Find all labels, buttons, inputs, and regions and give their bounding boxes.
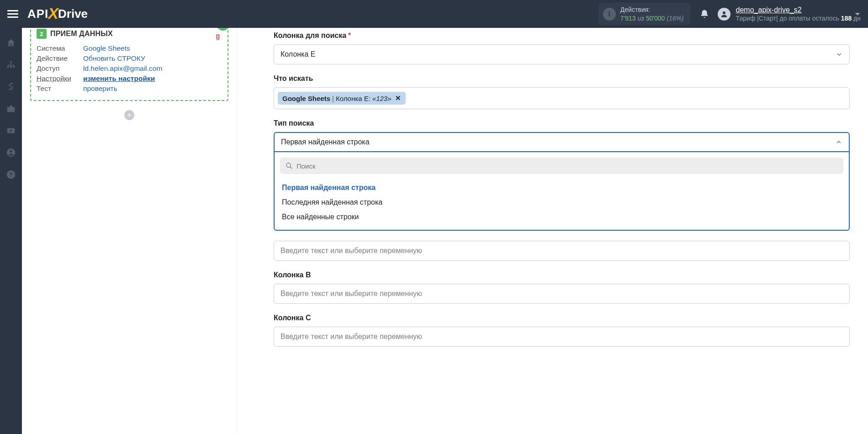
user-name: demo_apix-drive_s2: [736, 5, 861, 15]
actions-label: Действия:: [620, 5, 684, 14]
logo-api: API: [27, 7, 48, 21]
app-logo: API X Drive: [27, 5, 88, 23]
info-icon: i: [603, 8, 616, 21]
menu-button[interactable]: [7, 9, 18, 20]
actions-counts: 7'913 из 50'000 (16%): [620, 14, 684, 22]
actions-summary[interactable]: i Действия: 7'913 из 50'000 (16%): [598, 3, 690, 25]
bell-icon[interactable]: [699, 9, 709, 19]
logo-x: X: [48, 5, 58, 22]
svg-point-0: [723, 11, 725, 14]
avatar-icon[interactable]: [718, 8, 730, 21]
logo-drive: Drive: [58, 7, 88, 21]
header-caret-icon[interactable]: [852, 9, 863, 19]
user-block[interactable]: demo_apix-drive_s2 Тариф |Старт| до опла…: [736, 5, 861, 23]
app-header: API X Drive i Действия: 7'913 из 50'000 …: [0, 0, 868, 28]
user-plan: Тариф |Старт| до оплаты осталось 188 дн: [736, 15, 861, 23]
